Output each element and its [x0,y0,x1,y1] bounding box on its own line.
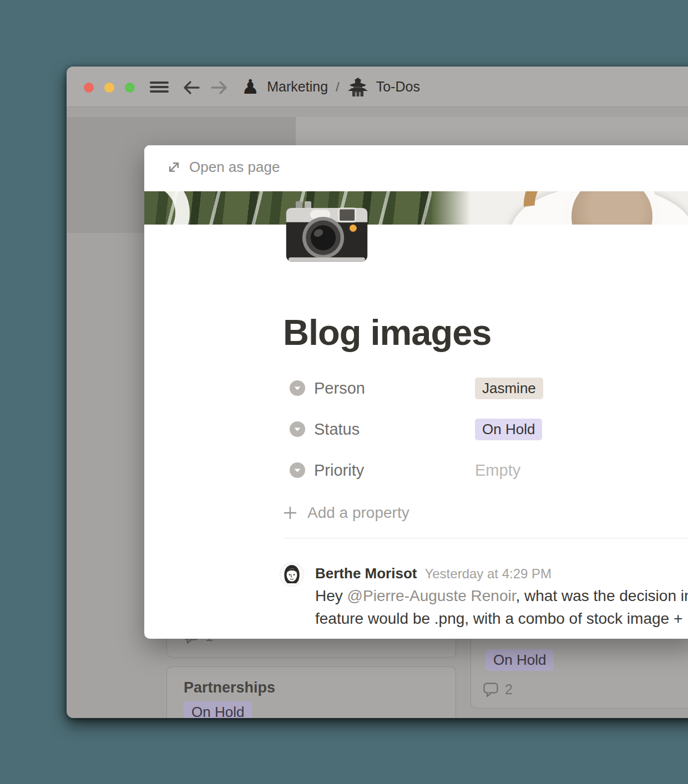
comment-count-label: 2 [505,681,513,698]
camera-emoji-icon[interactable] [285,201,369,263]
japanese-castle-icon [347,78,368,96]
comment-text-line2: feature would be .png, with a combo of s… [315,610,688,628]
breadcrumb-separator: / [336,79,340,95]
cover-coffee-cup [563,191,661,225]
forward-arrow-icon[interactable] [210,79,229,96]
cover-plate [144,191,190,225]
screenshot-stage: ♟ Marketing / To-Dos [0,0,688,784]
property-row-priority: Priority Empty [283,460,520,480]
close-window-button[interactable] [84,83,94,93]
circle-chevron-down-icon [290,421,305,437]
comment-bubble-icon [483,683,498,697]
open-as-page-label: Open as page [189,159,280,176]
status-badge: On Hold [184,701,252,718]
property-row-person: Person Jasmine [283,378,543,398]
woman-portrait-icon [280,563,303,586]
add-property-button[interactable]: Add a property [283,503,409,523]
circle-chevron-down-icon [290,462,305,478]
page-title[interactable]: Blog images [283,312,491,353]
sidebar-menu-icon[interactable] [150,82,169,93]
status-badge: On Hold [485,649,554,671]
minimize-window-button[interactable] [104,83,114,93]
comment-author: Berthe Morisot [315,565,417,582]
open-as-page-button[interactable]: Open as page [166,159,280,176]
modal-toolbar: Open as page [144,145,688,191]
chess-pawn-icon: ♟ [241,77,259,97]
avatar [280,563,303,586]
user-mention[interactable]: @Pierre-Auguste Renoir [347,587,516,604]
breadcrumb-item-todos[interactable]: To-Dos [376,79,420,95]
window-titlebar: ♟ Marketing / To-Dos [67,67,688,107]
breadcrumb: ♟ Marketing / To-Dos [241,67,420,107]
back-arrow-icon[interactable] [182,79,201,96]
comment-count: 2 [483,681,513,698]
expand-icon [166,160,181,175]
section-divider [283,538,688,538]
property-name[interactable]: Status [314,420,475,439]
zoom-window-button[interactable] [125,83,135,93]
dimmed-card-partnerships: Partnerships On Hold [166,666,456,718]
empty-property-value[interactable]: Empty [475,461,520,480]
property-name[interactable]: Priority [314,461,475,480]
property-row-status: Status On Hold [283,419,542,439]
comment-text-line1: Hey @Pierre-Auguste Renoir, what was the… [315,587,688,605]
card-title: Partnerships [184,679,275,696]
person-tag[interactable]: Jasmine [475,378,543,399]
breadcrumb-item-marketing[interactable]: Marketing [267,79,328,95]
add-property-label: Add a property [307,504,409,522]
page-preview-modal: Open as page Blog image [144,145,688,639]
property-name[interactable]: Person [314,379,475,398]
plus-icon [283,506,297,520]
circle-chevron-down-icon [290,380,305,396]
comment-timestamp: Yesterday at 4:29 PM [424,566,552,582]
page-cover[interactable] [144,191,688,225]
status-tag[interactable]: On Hold [475,419,542,440]
